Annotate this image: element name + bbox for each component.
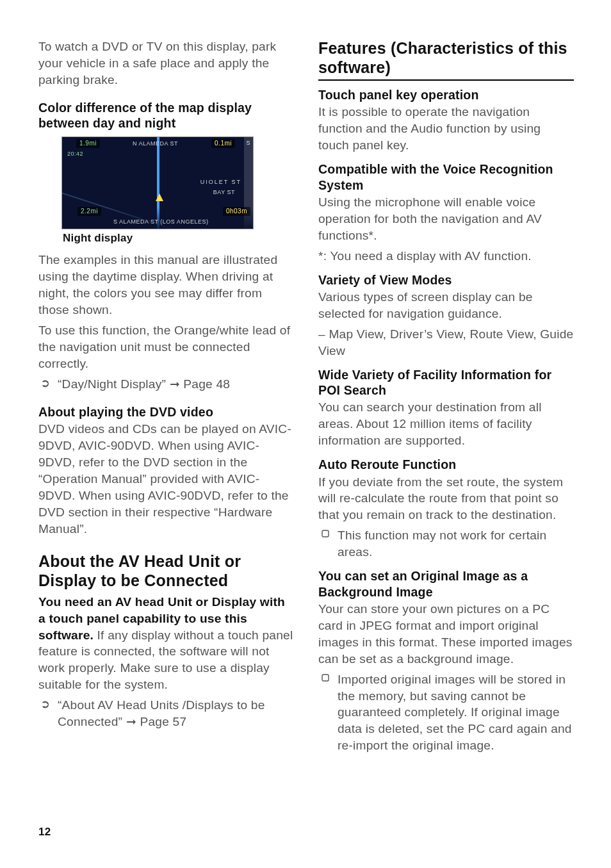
night-map-image: N ALAMEDA ST S ALAMEDA ST (LOS ANGELES) …: [61, 136, 254, 229]
cross-ref-text: “About AV Head Units /Displays to be Con…: [58, 697, 294, 730]
note-text: Imported original images will be stored …: [338, 671, 574, 755]
svg-rect-1: [322, 675, 329, 681]
map-diff-heading: Color difference of the map display betw…: [38, 100, 294, 131]
after-map-para-2: To use this function, the Orange/white l…: [38, 322, 294, 372]
map-bottom-street: S ALAMEDA ST (LOS ANGELES): [113, 218, 208, 225]
cross-ref-daynight: ➲ “Day/Night Display” ➞ Page 48: [38, 376, 294, 393]
voice-heading: Compatible with the Voice Recognition Sy…: [318, 161, 574, 193]
map-clock: 20:42: [67, 150, 83, 158]
touch-para: It is possible to operate the navigation…: [318, 104, 574, 154]
dvd-paragraph: DVD videos and CDs can be played on AVIC…: [38, 421, 294, 537]
map-top-street: N ALAMEDA ST: [133, 140, 178, 147]
note-icon: [318, 527, 332, 537]
after-map-para-1: The examples in this manual are illustra…: [38, 252, 294, 318]
map-side-street-1: UIOLET ST: [200, 178, 241, 186]
poi-heading: Wide Variety of Facility Information for…: [318, 367, 574, 398]
cross-ref-av-head: ➲ “About AV Head Units /Displays to be C…: [38, 697, 294, 730]
map-s-letter: S: [246, 139, 250, 147]
vehicle-marker-icon: [156, 193, 163, 201]
note-text: This function may not work for certain a…: [338, 527, 574, 561]
right-column: Features (Characteristics of this softwa…: [318, 38, 574, 754]
cross-ref-icon: ➲: [38, 376, 53, 391]
av-head-unit-heading: About the AV Head Unit or Display to be …: [38, 552, 294, 590]
cross-ref-icon: ➲: [38, 697, 53, 712]
auto-reroute-para: If you deviate from the set route, the s…: [318, 474, 574, 524]
bg-image-note: Imported original images will be stored …: [318, 671, 574, 755]
cross-ref-text: “Day/Night Display” ➞ Page 48: [58, 376, 294, 393]
map-scale: 0.1mi: [211, 139, 235, 148]
intro-paragraph: To watch a DVD or TV on this display, pa…: [38, 38, 294, 88]
view-modes-para-1: Various types of screen display can be s…: [318, 289, 574, 322]
map-dist-bl: 2.2mi: [77, 207, 101, 216]
features-heading: Features (Characteristics of this softwa…: [318, 38, 574, 81]
bg-image-para: Your can store your own pictures on a PC…: [318, 601, 574, 667]
poi-para: You can search your destination from all…: [318, 399, 574, 449]
bg-image-heading: You can set an Original Image as a Backg…: [318, 568, 574, 600]
night-display-figure: N ALAMEDA ST S ALAMEDA ST (LOS ANGELES) …: [61, 136, 254, 246]
view-modes-heading: Variety of View Modes: [318, 272, 574, 288]
note-icon: [318, 671, 332, 682]
auto-reroute-heading: Auto Reroute Function: [318, 457, 574, 472]
map-caption: Night display: [63, 231, 254, 246]
touch-heading: Touch panel key operation: [318, 87, 574, 102]
av-head-unit-para: You need an AV head Unit or Display with…: [38, 594, 294, 694]
map-side-street-2: BAY ST: [213, 188, 235, 196]
voice-para-2: *: You need a display with AV function.: [318, 248, 574, 265]
left-column: To watch a DVD or TV on this display, pa…: [38, 38, 294, 754]
two-column-layout: To watch a DVD or TV on this display, pa…: [38, 38, 574, 754]
map-eta-br: 0h03m: [223, 207, 250, 216]
page-number: 12: [38, 825, 51, 840]
voice-para-1: Using the microphone will enable voice o…: [318, 194, 574, 244]
map-dist-top: 1.9mi: [76, 139, 100, 148]
dvd-heading: About playing the DVD video: [38, 404, 294, 420]
auto-reroute-note: This function may not work for certain a…: [318, 527, 574, 561]
svg-rect-0: [322, 530, 329, 537]
view-modes-para-2: – Map View, Driver’s View, Route View, G…: [318, 326, 574, 359]
